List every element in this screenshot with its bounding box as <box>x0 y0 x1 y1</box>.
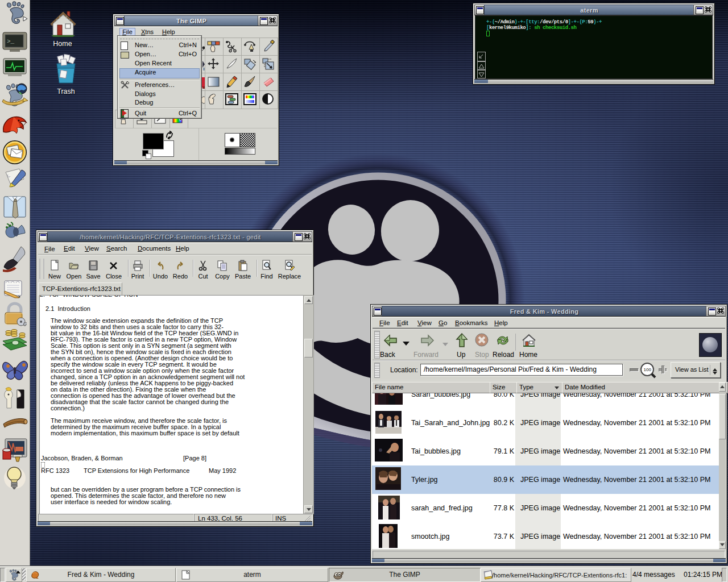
svg-text:>_: >_ <box>7 38 15 45</box>
svg-text:100: 100 <box>644 367 652 372</box>
